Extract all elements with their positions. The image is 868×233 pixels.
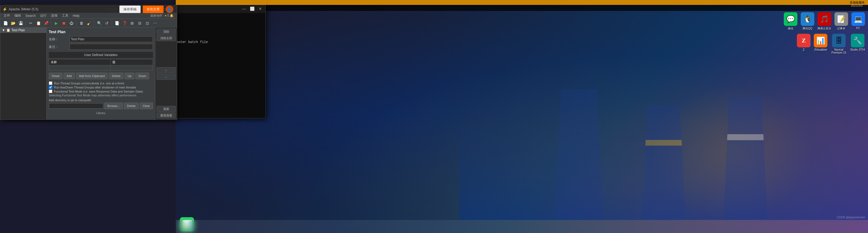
jmeter-menu-options[interactable]: 选项	[49, 13, 60, 18]
jmeter-tree-item-testplan[interactable]: ▼ 📋 Test Plan	[0, 28, 46, 33]
jmeter-checkbox-row-1: Run Thread Groups consecutively (i.e. on…	[49, 81, 153, 85]
publish-button[interactable]: 发布文章	[143, 5, 163, 13]
notification-bar: 其他收藏夹	[176, 0, 868, 5]
jmeter-cut-button[interactable]: ✂	[27, 20, 34, 27]
jmeter-delete-button[interactable]: Delete	[109, 73, 123, 79]
jmeter-browse-button[interactable]: Browse...	[104, 103, 123, 109]
jmeter-add-clipboard-button[interactable]: Add from Clipboard	[76, 73, 108, 79]
jmeter-checkbox-teardown-label: Run tearDown Thread Groups after shutdow…	[54, 86, 136, 89]
notification-text: 其他收藏夹	[850, 1, 865, 5]
jmeter-paste-button[interactable]: 📌	[42, 20, 50, 27]
cmd-restore-button[interactable]: ⬜	[249, 6, 255, 12]
jmeter-content-title: Test Plan	[49, 30, 153, 34]
qq-icon: 🐧	[801, 12, 814, 26]
jmeter-clear-button[interactable]: 🗑	[78, 20, 85, 27]
watermark: CSDN @pippodocker	[837, 215, 865, 219]
jmeter-right-down-button[interactable]: ↓	[156, 74, 176, 80]
jmeter-clear-all-button[interactable]: 🧹	[86, 20, 93, 27]
jmeter-menu-search[interactable]: Search	[23, 14, 38, 18]
jmeter-variables-table: 名称 值	[49, 59, 153, 70]
navicat-icon: 🗄	[832, 34, 846, 47]
desktop-icon-jvisualizer[interactable]: 📊 JVisualizer	[813, 33, 828, 55]
jmeter-table-buttons: Detail Add Add from Clipboard Delete Up …	[49, 73, 153, 79]
jmeter-new-button[interactable]: 📄	[2, 20, 9, 27]
jmeter-checkbox-row-2: Run tearDown Thread Groups after shutdow…	[49, 86, 153, 89]
jmeter-up-button[interactable]: Up	[125, 73, 134, 79]
jmeter-checkbox-functional-label: Functional Test Mode (i.e. save Response…	[54, 90, 143, 93]
table-row	[49, 65, 153, 70]
jmeter-clear-classpath-button[interactable]: Clear	[140, 103, 153, 109]
jmeter-right-up-button[interactable]: ↑	[156, 67, 176, 73]
z-label: Z	[803, 48, 805, 51]
jmeter-search-button[interactable]: 🔍	[96, 20, 103, 27]
cmd-close-button[interactable]: ✕	[257, 6, 263, 12]
jmeter-comments-input[interactable]	[69, 44, 153, 50]
jmeter-template-button[interactable]: 📑	[113, 20, 120, 27]
icon-row-1: 💬 微信 🐧 腾讯QQ 🎵 网易云音乐 📝 记事本 💻 PC	[783, 11, 866, 31]
jmeter-more-button[interactable]: ⋯	[152, 20, 159, 27]
save-publish-toolbar: 17/100 保存草稿 发布文章 👤	[106, 5, 173, 13]
jmeter-detail-button[interactable]: Detail	[49, 73, 62, 79]
jmeter-right-reset-button[interactable]: 重置搜索	[156, 112, 176, 119]
jmeter-down-button[interactable]: Down	[135, 73, 149, 79]
jmeter-comments-label: 备注：	[49, 45, 68, 49]
desktop-icon-navicat[interactable]: 🗄 Navicat Premium 15	[830, 33, 848, 55]
jmeter-stop-button[interactable]: ⏹	[60, 20, 67, 27]
desktop-icon-qq[interactable]: 🐧 腾讯QQ	[800, 11, 815, 31]
jmeter-toggle-button[interactable]: ⊡	[144, 20, 151, 27]
table-cell	[111, 65, 153, 70]
studio3t-label: Studio 3T04	[850, 48, 865, 51]
testplan-label: Test Plan	[11, 28, 25, 32]
desktop-icon-wechat[interactable]: 💬 微信	[783, 11, 798, 31]
save-draft-button[interactable]: 保存草稿	[119, 5, 141, 13]
desktop-icon-pc[interactable]: 💻 PC	[850, 11, 866, 31]
icon-row-2: Z Z 📊 JVisualizer 🗄 Navicat Premium 15 🔧…	[783, 33, 866, 55]
jmeter-help-button[interactable]: ❓	[121, 20, 128, 27]
jmeter-right-clear-button[interactable]: 清除	[156, 29, 176, 35]
desktop-background: ⊞ 2021/3/3 💬 微信 🐧 腾讯QQ 🎵 网易云音乐 📝 记事本	[176, 0, 868, 233]
jmeter-menu-file[interactable]: 文件	[1, 13, 12, 18]
jmeter-reset-button[interactable]: ↺	[103, 20, 111, 27]
wechat-icon: 💬	[784, 12, 798, 26]
jmeter-content: Test Plan 名称： 备注： User Defined Variables…	[46, 28, 155, 120]
jmeter-right-clear-all-button[interactable]: 清除全部	[156, 35, 176, 41]
cmd-minimize-button[interactable]: —	[241, 6, 247, 12]
user-avatar[interactable]: 👤	[166, 5, 173, 13]
jmeter-collapse-button[interactable]: ⊟	[136, 20, 143, 27]
testplan-expand-icon: ▼	[2, 28, 5, 32]
jmeter-right-panel: 清除 清除全部 ↑ ↓ 搜索 重置搜索	[155, 28, 177, 120]
jmeter-add-button[interactable]: Add	[63, 73, 75, 79]
desktop-icon-netease[interactable]: 🎵 网易云音乐	[817, 11, 832, 31]
jmeter-classpath-delete-button[interactable]: Delete	[124, 103, 139, 109]
jmeter-menu-tools[interactable]: 工具	[60, 13, 70, 18]
desktop-icon-studio3t[interactable]: 🔧 Studio 3T04	[849, 33, 866, 55]
pc-icon: 💻	[851, 12, 865, 26]
jmeter-checkbox-teardown[interactable]	[49, 86, 52, 89]
jmeter-classpath-input[interactable]	[49, 103, 103, 109]
jmeter-copy-button[interactable]: 📋	[35, 20, 42, 27]
jmeter-menu-help[interactable]: Help	[70, 14, 82, 18]
jmeter-menu-edit[interactable]: 编辑	[12, 13, 23, 18]
jmeter-save-button[interactable]: 💾	[17, 20, 24, 27]
jmeter-status: 鼠标动作 ● 0 🔔	[148, 13, 176, 19]
jmeter-expand-button[interactable]: ⊞	[129, 20, 136, 27]
jmeter-checkbox-functional[interactable]	[49, 90, 52, 93]
jmeter-status-right: ● 0 🔔	[165, 14, 174, 18]
jmeter-window: ⚡ Apache JMeter (5.5) − □ ✕ 文件 编辑 Search…	[0, 5, 177, 120]
jmeter-checkbox-consecutive[interactable]	[49, 81, 52, 85]
jmeter-classpath-label: Add directory or jar to classpath:	[49, 99, 153, 102]
jmeter-title-icon: ⚡	[2, 7, 7, 11]
counter-display: 17/100	[106, 7, 117, 11]
jmeter-run-button[interactable]: ▶	[53, 20, 60, 27]
jmeter-shutdown-button[interactable]: ⏻	[68, 20, 75, 27]
desktop-icon-z[interactable]: Z Z	[796, 33, 811, 55]
jmeter-menu-run[interactable]: 运行	[38, 13, 49, 18]
table-cell	[49, 65, 111, 70]
jmeter-name-input[interactable]	[69, 36, 153, 42]
qq-label: 腾讯QQ	[803, 27, 812, 31]
jmeter-right-search-button[interactable]: 搜索	[156, 106, 176, 112]
jvisualizer-label: JVisualizer	[814, 48, 827, 51]
jmeter-table-header-name: 名称	[49, 59, 111, 65]
desktop-icon-notepad[interactable]: 📝 记事本	[834, 11, 849, 31]
jmeter-open-button[interactable]: 📂	[9, 20, 17, 27]
